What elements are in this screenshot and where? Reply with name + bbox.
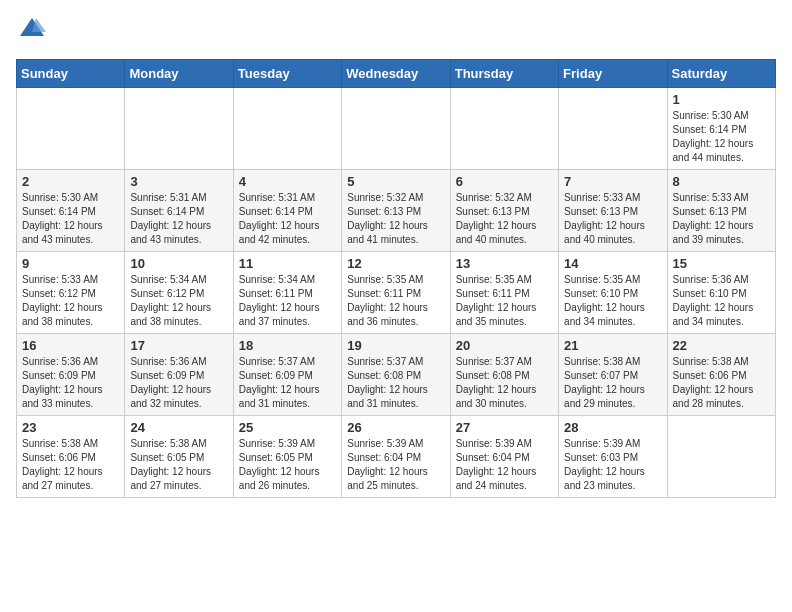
calendar-cell: 5Sunrise: 5:32 AM Sunset: 6:13 PM Daylig… xyxy=(342,169,450,251)
day-info: Sunrise: 5:39 AM Sunset: 6:05 PM Dayligh… xyxy=(239,437,336,493)
calendar-cell: 3Sunrise: 5:31 AM Sunset: 6:14 PM Daylig… xyxy=(125,169,233,251)
day-number: 21 xyxy=(564,338,661,353)
calendar-cell xyxy=(342,87,450,169)
day-header-thursday: Thursday xyxy=(450,59,558,87)
day-info: Sunrise: 5:32 AM Sunset: 6:13 PM Dayligh… xyxy=(347,191,444,247)
logo xyxy=(16,16,46,49)
day-header-monday: Monday xyxy=(125,59,233,87)
day-info: Sunrise: 5:30 AM Sunset: 6:14 PM Dayligh… xyxy=(673,109,770,165)
calendar-cell: 19Sunrise: 5:37 AM Sunset: 6:08 PM Dayli… xyxy=(342,333,450,415)
day-number: 16 xyxy=(22,338,119,353)
day-info: Sunrise: 5:39 AM Sunset: 6:04 PM Dayligh… xyxy=(347,437,444,493)
calendar-cell: 6Sunrise: 5:32 AM Sunset: 6:13 PM Daylig… xyxy=(450,169,558,251)
calendar-header-row: SundayMondayTuesdayWednesdayThursdayFrid… xyxy=(17,59,776,87)
day-number: 27 xyxy=(456,420,553,435)
day-number: 28 xyxy=(564,420,661,435)
calendar-cell: 14Sunrise: 5:35 AM Sunset: 6:10 PM Dayli… xyxy=(559,251,667,333)
day-number: 14 xyxy=(564,256,661,271)
day-info: Sunrise: 5:36 AM Sunset: 6:09 PM Dayligh… xyxy=(22,355,119,411)
calendar-cell: 20Sunrise: 5:37 AM Sunset: 6:08 PM Dayli… xyxy=(450,333,558,415)
calendar-cell xyxy=(667,415,775,497)
day-number: 9 xyxy=(22,256,119,271)
calendar-cell: 23Sunrise: 5:38 AM Sunset: 6:06 PM Dayli… xyxy=(17,415,125,497)
day-info: Sunrise: 5:38 AM Sunset: 6:06 PM Dayligh… xyxy=(22,437,119,493)
calendar-cell: 22Sunrise: 5:38 AM Sunset: 6:06 PM Dayli… xyxy=(667,333,775,415)
day-info: Sunrise: 5:33 AM Sunset: 6:13 PM Dayligh… xyxy=(673,191,770,247)
day-info: Sunrise: 5:36 AM Sunset: 6:10 PM Dayligh… xyxy=(673,273,770,329)
calendar-cell: 11Sunrise: 5:34 AM Sunset: 6:11 PM Dayli… xyxy=(233,251,341,333)
calendar-cell xyxy=(125,87,233,169)
day-info: Sunrise: 5:38 AM Sunset: 6:06 PM Dayligh… xyxy=(673,355,770,411)
calendar-cell: 2Sunrise: 5:30 AM Sunset: 6:14 PM Daylig… xyxy=(17,169,125,251)
calendar-cell: 10Sunrise: 5:34 AM Sunset: 6:12 PM Dayli… xyxy=(125,251,233,333)
day-info: Sunrise: 5:31 AM Sunset: 6:14 PM Dayligh… xyxy=(239,191,336,247)
calendar-cell xyxy=(559,87,667,169)
calendar-cell: 17Sunrise: 5:36 AM Sunset: 6:09 PM Dayli… xyxy=(125,333,233,415)
day-header-friday: Friday xyxy=(559,59,667,87)
calendar-cell: 15Sunrise: 5:36 AM Sunset: 6:10 PM Dayli… xyxy=(667,251,775,333)
day-info: Sunrise: 5:37 AM Sunset: 6:08 PM Dayligh… xyxy=(456,355,553,411)
calendar-cell: 21Sunrise: 5:38 AM Sunset: 6:07 PM Dayli… xyxy=(559,333,667,415)
calendar-cell: 4Sunrise: 5:31 AM Sunset: 6:14 PM Daylig… xyxy=(233,169,341,251)
logo-icon xyxy=(18,16,46,44)
day-info: Sunrise: 5:37 AM Sunset: 6:09 PM Dayligh… xyxy=(239,355,336,411)
calendar-cell: 12Sunrise: 5:35 AM Sunset: 6:11 PM Dayli… xyxy=(342,251,450,333)
calendar-week-1: 1Sunrise: 5:30 AM Sunset: 6:14 PM Daylig… xyxy=(17,87,776,169)
calendar-table: SundayMondayTuesdayWednesdayThursdayFrid… xyxy=(16,59,776,498)
day-info: Sunrise: 5:34 AM Sunset: 6:11 PM Dayligh… xyxy=(239,273,336,329)
day-info: Sunrise: 5:35 AM Sunset: 6:10 PM Dayligh… xyxy=(564,273,661,329)
day-info: Sunrise: 5:35 AM Sunset: 6:11 PM Dayligh… xyxy=(347,273,444,329)
day-number: 26 xyxy=(347,420,444,435)
day-info: Sunrise: 5:33 AM Sunset: 6:12 PM Dayligh… xyxy=(22,273,119,329)
calendar-week-4: 16Sunrise: 5:36 AM Sunset: 6:09 PM Dayli… xyxy=(17,333,776,415)
day-info: Sunrise: 5:34 AM Sunset: 6:12 PM Dayligh… xyxy=(130,273,227,329)
day-number: 1 xyxy=(673,92,770,107)
day-number: 2 xyxy=(22,174,119,189)
day-number: 4 xyxy=(239,174,336,189)
day-number: 10 xyxy=(130,256,227,271)
calendar-cell: 8Sunrise: 5:33 AM Sunset: 6:13 PM Daylig… xyxy=(667,169,775,251)
day-number: 20 xyxy=(456,338,553,353)
calendar-cell: 9Sunrise: 5:33 AM Sunset: 6:12 PM Daylig… xyxy=(17,251,125,333)
day-info: Sunrise: 5:38 AM Sunset: 6:05 PM Dayligh… xyxy=(130,437,227,493)
day-number: 19 xyxy=(347,338,444,353)
day-info: Sunrise: 5:35 AM Sunset: 6:11 PM Dayligh… xyxy=(456,273,553,329)
calendar-week-2: 2Sunrise: 5:30 AM Sunset: 6:14 PM Daylig… xyxy=(17,169,776,251)
calendar-cell: 1Sunrise: 5:30 AM Sunset: 6:14 PM Daylig… xyxy=(667,87,775,169)
calendar-week-3: 9Sunrise: 5:33 AM Sunset: 6:12 PM Daylig… xyxy=(17,251,776,333)
day-info: Sunrise: 5:30 AM Sunset: 6:14 PM Dayligh… xyxy=(22,191,119,247)
day-number: 15 xyxy=(673,256,770,271)
calendar-cell: 7Sunrise: 5:33 AM Sunset: 6:13 PM Daylig… xyxy=(559,169,667,251)
calendar-cell: 25Sunrise: 5:39 AM Sunset: 6:05 PM Dayli… xyxy=(233,415,341,497)
day-number: 3 xyxy=(130,174,227,189)
day-info: Sunrise: 5:37 AM Sunset: 6:08 PM Dayligh… xyxy=(347,355,444,411)
calendar-cell xyxy=(17,87,125,169)
day-info: Sunrise: 5:39 AM Sunset: 6:04 PM Dayligh… xyxy=(456,437,553,493)
day-header-sunday: Sunday xyxy=(17,59,125,87)
day-number: 24 xyxy=(130,420,227,435)
calendar-cell: 18Sunrise: 5:37 AM Sunset: 6:09 PM Dayli… xyxy=(233,333,341,415)
day-info: Sunrise: 5:33 AM Sunset: 6:13 PM Dayligh… xyxy=(564,191,661,247)
page-header xyxy=(16,16,776,49)
calendar-cell: 24Sunrise: 5:38 AM Sunset: 6:05 PM Dayli… xyxy=(125,415,233,497)
calendar-cell: 27Sunrise: 5:39 AM Sunset: 6:04 PM Dayli… xyxy=(450,415,558,497)
day-info: Sunrise: 5:39 AM Sunset: 6:03 PM Dayligh… xyxy=(564,437,661,493)
calendar-week-5: 23Sunrise: 5:38 AM Sunset: 6:06 PM Dayli… xyxy=(17,415,776,497)
calendar-cell: 16Sunrise: 5:36 AM Sunset: 6:09 PM Dayli… xyxy=(17,333,125,415)
day-header-saturday: Saturday xyxy=(667,59,775,87)
day-number: 23 xyxy=(22,420,119,435)
day-number: 13 xyxy=(456,256,553,271)
day-info: Sunrise: 5:36 AM Sunset: 6:09 PM Dayligh… xyxy=(130,355,227,411)
day-header-tuesday: Tuesday xyxy=(233,59,341,87)
day-number: 5 xyxy=(347,174,444,189)
calendar-cell: 28Sunrise: 5:39 AM Sunset: 6:03 PM Dayli… xyxy=(559,415,667,497)
day-number: 12 xyxy=(347,256,444,271)
day-number: 22 xyxy=(673,338,770,353)
calendar-cell xyxy=(450,87,558,169)
day-number: 11 xyxy=(239,256,336,271)
calendar-cell xyxy=(233,87,341,169)
day-header-wednesday: Wednesday xyxy=(342,59,450,87)
day-number: 17 xyxy=(130,338,227,353)
calendar-cell: 26Sunrise: 5:39 AM Sunset: 6:04 PM Dayli… xyxy=(342,415,450,497)
day-number: 7 xyxy=(564,174,661,189)
